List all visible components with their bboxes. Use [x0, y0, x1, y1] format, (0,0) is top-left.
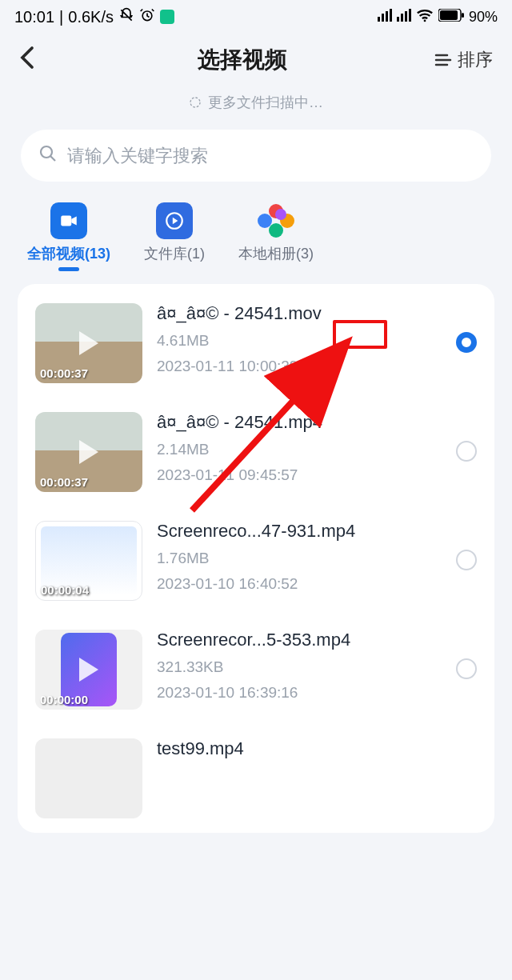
svg-rect-3 [386, 11, 388, 22]
file-size: 321.33KB [157, 658, 442, 676]
app-indicator-icon [160, 10, 174, 24]
svg-point-13 [190, 98, 200, 107]
duration-badge: 00:00:04 [41, 583, 89, 597]
signal2-icon [397, 9, 411, 26]
file-name: test99.mp4 [157, 738, 477, 759]
select-radio[interactable] [456, 658, 477, 679]
svg-rect-2 [382, 14, 384, 22]
svg-rect-11 [440, 10, 458, 20]
status-right: 90% [378, 8, 498, 26]
source-tabs: 全部视频(13) 文件库(1) 本地相册(3) [0, 182, 512, 278]
battery-pct: 90% [469, 9, 498, 26]
play-icon [79, 658, 98, 682]
play-icon [79, 440, 98, 464]
gallery-icon [258, 202, 294, 239]
file-date: 2023-01-11 10:00:39 [157, 358, 442, 375]
status-bar: 10:01 | 0.6K/s 90% [0, 0, 512, 34]
active-underline [58, 267, 79, 271]
file-date: 2023-01-10 16:40:52 [157, 575, 442, 593]
file-name: â¤_â¤© - 24541.mp4 [157, 412, 442, 433]
svg-rect-7 [405, 11, 407, 22]
list-item[interactable]: 00:00:00 Screenrecor...5-353.mp4 321.33K… [18, 615, 494, 724]
select-radio[interactable] [456, 332, 477, 353]
file-name: Screenrecor...5-353.mp4 [157, 630, 442, 650]
play-icon [79, 331, 98, 355]
duration-badge: 00:00:00 [40, 693, 88, 706]
svg-rect-5 [397, 17, 399, 22]
sort-label: 排序 [458, 48, 493, 72]
file-size: 1.76MB [157, 550, 442, 567]
list-item[interactable]: 00:00:37 â¤_â¤© - 24541.mov 4.61MB 2023-… [18, 289, 494, 398]
svg-rect-1 [378, 17, 380, 22]
list-item[interactable]: test99.mp4 [18, 724, 494, 833]
file-date: 2023-01-11 09:45:57 [157, 466, 442, 484]
file-size: 4.61MB [157, 332, 442, 350]
tab-library[interactable]: 文件库(1) [144, 202, 205, 263]
search-icon [38, 144, 58, 168]
file-date: 2023-01-10 16:39:16 [157, 684, 442, 702]
svg-point-9 [424, 19, 426, 22]
status-time: 10:01 [14, 8, 54, 26]
library-icon [156, 202, 193, 239]
header: 选择视频 排序 [0, 34, 512, 83]
scan-hint: 更多文件扫描中… [0, 83, 512, 130]
tab-local-album[interactable]: 本地相册(3) [238, 202, 314, 263]
file-name: â¤_â¤© - 24541.mov [157, 303, 442, 324]
video-icon [50, 202, 87, 239]
search-input[interactable]: 请输入关键字搜索 [21, 130, 491, 182]
video-thumbnail: 00:00:37 [35, 303, 142, 383]
status-left: 10:01 | 0.6K/s [14, 7, 174, 27]
battery-icon [438, 9, 464, 26]
select-radio[interactable] [456, 441, 477, 462]
video-thumbnail: 00:00:04 [35, 521, 142, 601]
tab-all-videos[interactable]: 全部视频(13) [27, 202, 110, 263]
svg-rect-15 [61, 216, 71, 226]
video-thumbnail: 00:00:37 [35, 412, 142, 492]
duration-badge: 00:00:37 [40, 475, 88, 489]
file-name: Screenreco...47-931.mp4 [157, 521, 442, 542]
select-radio[interactable] [456, 550, 477, 570]
list-item[interactable]: 00:00:37 â¤_â¤© - 24541.mp4 2.14MB 2023-… [18, 398, 494, 506]
svg-rect-6 [401, 14, 403, 22]
alarm-icon [139, 7, 155, 27]
video-list: 00:00:37 â¤_â¤© - 24541.mov 4.61MB 2023-… [18, 284, 494, 833]
svg-point-14 [41, 146, 52, 158]
status-speed: 0.6K/s [68, 8, 114, 26]
dnd-icon [118, 7, 134, 27]
file-size: 2.14MB [157, 441, 442, 458]
list-item[interactable]: 00:00:04 Screenreco...47-931.mp4 1.76MB … [18, 506, 494, 615]
wifi-icon [416, 8, 434, 26]
video-thumbnail [35, 738, 142, 818]
sort-button[interactable]: 排序 [434, 48, 493, 72]
video-thumbnail: 00:00:00 [35, 630, 142, 710]
svg-rect-4 [390, 9, 392, 22]
signal-icon [378, 9, 392, 26]
svg-rect-8 [409, 9, 411, 22]
svg-rect-12 [462, 13, 464, 18]
duration-badge: 00:00:37 [40, 366, 88, 380]
page-title: 选择视频 [51, 45, 434, 75]
search-placeholder: 请输入关键字搜索 [67, 144, 208, 168]
back-button[interactable] [19, 46, 51, 75]
